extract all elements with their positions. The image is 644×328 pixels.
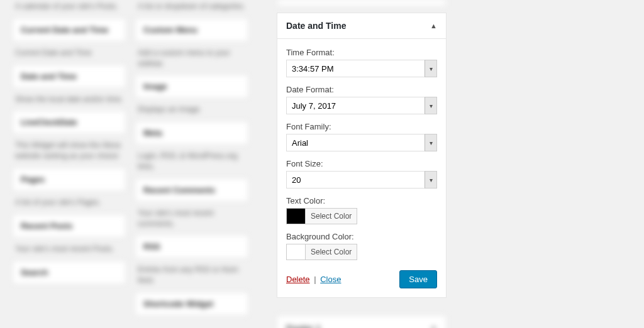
font-size-select[interactable]: 20: [286, 171, 437, 189]
time-format-select[interactable]: 3:34:57 PM: [286, 60, 437, 77]
available-widgets-blurred: A calendar of your site's Posts.Current …: [0, 0, 264, 328]
close-link[interactable]: Close: [320, 275, 341, 284]
footer-panel-title: Footer 1: [286, 324, 321, 328]
background-color-label: Background Color:: [286, 232, 437, 241]
time-format-field: Time Format: 3:34:57 PM ▾: [286, 48, 437, 77]
left-actions: Delete | Close: [286, 275, 341, 284]
actions-row: Delete | Close Save: [286, 270, 437, 288]
font-family-label: Font Family:: [286, 122, 437, 131]
pipe-separator: |: [314, 275, 316, 284]
font-family-select[interactable]: Arial: [286, 134, 437, 151]
panel-body: Time Format: 3:34:57 PM ▾ Date Format: J…: [277, 39, 446, 297]
date-format-field: Date Format: July 7, 2017 ▾: [286, 85, 437, 114]
delete-link[interactable]: Delete: [286, 275, 310, 284]
font-family-field: Font Family: Arial ▾: [286, 122, 437, 151]
categories-panel-collapsed: [277, 0, 447, 6]
date-time-widget-panel: Date and Time ▲ Time Format: 3:34:57 PM …: [277, 13, 447, 298]
time-format-label: Time Format:: [286, 48, 437, 57]
footer-1-panel[interactable]: Footer 1 ▼: [277, 315, 447, 328]
panel-title: Date and Time: [286, 21, 346, 31]
background-color-swatch: [287, 244, 306, 260]
date-format-select[interactable]: July 7, 2017: [286, 97, 437, 114]
text-color-picker: Select Color: [286, 208, 357, 224]
text-color-field: Text Color: Select Color: [286, 196, 437, 224]
date-format-label: Date Format:: [286, 85, 437, 94]
text-color-label: Text Color:: [286, 196, 437, 205]
text-color-button[interactable]: Select Color: [306, 209, 357, 224]
chevron-down-icon: ▼: [430, 325, 437, 328]
panel-header[interactable]: Date and Time ▲: [277, 13, 446, 39]
font-size-field: Font Size: 20 ▾: [286, 159, 437, 189]
text-color-swatch: [287, 209, 306, 224]
widget-panel-area: Date and Time ▲ Time Format: 3:34:57 PM …: [277, 0, 447, 328]
save-button[interactable]: Save: [399, 270, 437, 288]
background-color-field: Background Color: Select Color: [286, 232, 437, 260]
background-color-picker: Select Color: [286, 244, 357, 260]
chevron-up-icon: ▲: [430, 22, 437, 30]
background-color-button[interactable]: Select Color: [306, 244, 357, 260]
font-size-label: Font Size:: [286, 159, 437, 168]
